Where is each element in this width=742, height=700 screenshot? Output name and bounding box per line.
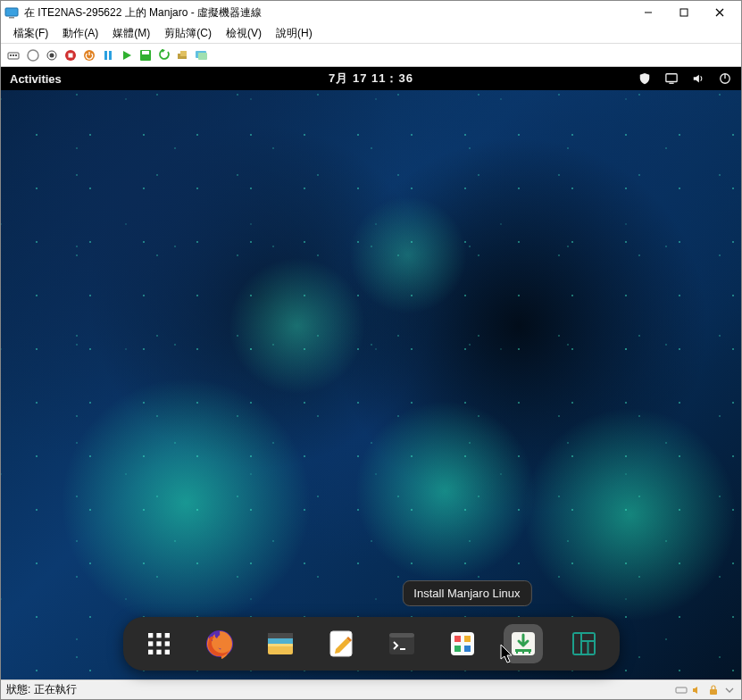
start-icon[interactable] [119,47,135,63]
svg-rect-41 [268,638,293,644]
clock[interactable]: 7月 17 11：36 [329,71,413,87]
window-controls [630,2,738,23]
status-bar: 狀態: 正在執行 [1,679,741,699]
svg-rect-47 [389,633,414,638]
dock-tooltip: Install Manjaro Linux [402,580,531,606]
guest-display[interactable]: Activities 7月 17 11：36 Install Manjaro L… [1,67,741,679]
menu-view[interactable]: 檢視(V) [219,24,269,43]
svg-rect-17 [109,51,112,60]
dock-text-editor[interactable] [321,624,361,663]
window-title: 在 ITE2NAS-295622 上的 Manjaro - 虛擬機器連線 [24,5,630,21]
chevron-down-icon[interactable] [723,684,736,696]
activities-button[interactable]: Activities [10,72,62,86]
display-icon[interactable] [664,71,679,86]
svg-rect-1 [9,17,14,19]
svg-rect-40 [268,633,293,638]
maximize-button[interactable] [666,2,702,23]
menu-bar: 檔案(F) 動作(A) 媒體(M) 剪貼簿(C) 檢視(V) 說明(H) [1,24,741,44]
svg-rect-49 [451,632,474,655]
svg-rect-9 [15,54,17,56]
menu-action[interactable]: 動作(A) [55,24,105,43]
ctrl-alt-del-icon[interactable] [6,47,22,63]
svg-rect-32 [164,633,169,638]
svg-rect-0 [5,8,18,16]
power-off-icon[interactable] [81,47,97,63]
svg-rect-59 [582,642,588,654]
dock-install-manjaro[interactable] [504,624,543,663]
svg-rect-60 [588,642,594,654]
svg-point-12 [50,53,54,57]
dock-firefox[interactable] [200,624,239,663]
svg-rect-31 [156,633,161,638]
desktop-wallpaper [1,90,741,679]
svg-rect-50 [454,636,461,642]
status-icons [675,684,736,696]
dock-manjaro-settings[interactable] [564,624,604,663]
svg-rect-38 [164,650,169,654]
svg-rect-34 [156,641,161,646]
svg-rect-58 [582,634,594,640]
svg-rect-55 [515,649,531,652]
vmconnect-icon [4,5,19,20]
status-area[interactable] [638,71,732,86]
svg-rect-30 [148,633,153,638]
svg-rect-8 [13,54,14,56]
svg-rect-62 [710,689,717,695]
gnome-top-bar: Activities 7月 17 11：36 [1,67,741,90]
shield-icon[interactable] [638,71,652,86]
vm-toolbar [1,44,741,67]
minimize-button[interactable] [630,2,666,23]
network-icon[interactable] [675,684,688,696]
svg-rect-57 [574,634,580,654]
svg-rect-25 [198,53,207,60]
svg-rect-53 [464,646,471,652]
svg-rect-33 [148,641,153,646]
title-bar: 在 ITE2NAS-295622 上的 Manjaro - 虛擬機器連線 [1,1,741,24]
dock-software[interactable] [443,624,482,663]
dock-apps-grid[interactable] [139,624,179,663]
dock [123,617,620,671]
enhanced-session-icon[interactable] [194,47,210,63]
svg-rect-3 [680,9,688,16]
svg-marker-21 [162,49,165,53]
close-button[interactable] [702,2,738,23]
secure-status-icon[interactable] [707,684,720,696]
dock-files[interactable] [261,624,300,663]
svg-rect-37 [156,650,161,654]
status-text: 狀態: 正在執行 [6,682,675,697]
menu-help[interactable]: 說明(H) [269,24,320,43]
checkpoint-icon[interactable] [175,47,191,63]
menu-media[interactable]: 媒體(M) [105,24,157,43]
svg-rect-52 [454,646,461,652]
svg-rect-16 [104,51,107,60]
svg-rect-36 [148,650,153,654]
connect-icon[interactable] [25,47,41,63]
svg-marker-18 [123,51,131,60]
revert-icon[interactable] [156,47,172,63]
svg-point-10 [28,50,38,61]
svg-rect-43 [268,644,293,646]
record-icon[interactable] [44,47,60,63]
svg-rect-14 [69,53,73,57]
svg-rect-20 [142,51,149,54]
svg-rect-61 [676,688,687,693]
menu-clipboard[interactable]: 剪貼簿(C) [157,24,219,43]
menu-file[interactable]: 檔案(F) [6,24,55,43]
power-icon[interactable] [718,71,732,86]
vm-window: 在 ITE2NAS-295622 上的 Manjaro - 虛擬機器連線 檔案(… [0,0,742,700]
speaker-status-icon[interactable] [691,684,704,696]
svg-rect-51 [464,636,471,642]
svg-rect-26 [666,74,677,82]
save-icon[interactable] [138,47,154,63]
svg-rect-35 [164,641,169,646]
pause-icon[interactable] [100,47,116,63]
stop-icon[interactable] [63,47,79,63]
svg-rect-23 [180,51,187,56]
volume-icon[interactable] [691,71,705,86]
dock-terminal[interactable] [382,624,421,663]
svg-rect-7 [10,54,12,56]
